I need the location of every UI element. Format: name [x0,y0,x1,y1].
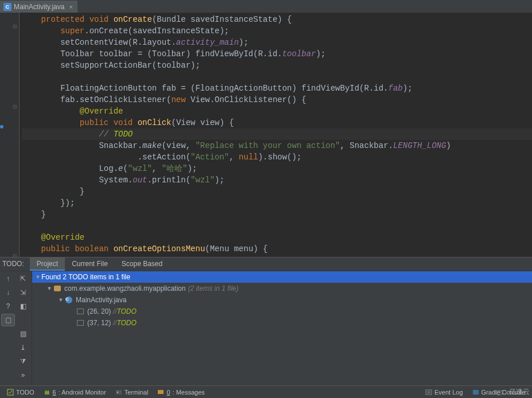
todo-summary-row[interactable]: ▼ Found 2 TODO items in 1 file [32,271,532,283]
package-icon [53,284,62,292]
java-class-icon: C [64,296,73,304]
status-bar: TODO 6: Android Monitor Terminal 0: Mess… [0,385,532,398]
android-icon [44,389,51,396]
tool-window-android-monitor[interactable]: 6: Android Monitor [40,389,110,396]
svg-point-2 [45,390,46,391]
todo-location: (37, 12) [87,319,111,327]
todo-panel-tabs: TODO: Project Current File Scope Based [0,257,532,271]
todo-item-icon [76,319,85,327]
tool-window-gradle-console[interactable]: Gradle Console [469,389,529,396]
chevron-down-icon[interactable]: ▼ [34,274,41,280]
todo-package-row[interactable]: ▼ com.example.wangzhaoli.myapplication (… [32,283,532,294]
arrow-down-icon[interactable]: ↓ [1,286,15,299]
todo-panel-title: TODO: [0,257,30,271]
package-hint: (2 items in 1 file) [188,284,238,292]
terminal-icon [115,389,122,396]
svg-rect-1 [45,391,49,395]
file-tab-label: MainActivity.java [14,3,64,11]
messages-icon [157,389,164,396]
svg-rect-9 [473,390,479,395]
checklist-icon [7,389,14,396]
code-area[interactable]: protected void onCreate(Bundle savedInst… [20,13,532,257]
tab-scope-based[interactable]: Scope Based [115,257,169,271]
tab-current-file[interactable]: Current File [65,257,115,271]
fold-icon[interactable]: ⊟ [13,24,18,29]
todo-item-icon [76,307,85,315]
todo-side-toolbar: ↑ ⇱ ↓ ⇲ ? ◧ ▢ ▤ ⤓ ⧩ » [0,271,32,385]
fold-icon[interactable]: ⊟ [13,104,18,109]
svg-point-3 [48,390,49,391]
fold-icon[interactable]: ⊟ [13,253,18,258]
editor-gutter: ⊟ ⊟ ⊟ [0,13,20,257]
source-code[interactable]: protected void onCreate(Bundle savedInst… [20,13,532,255]
collapse-all-icon[interactable]: ⇲ [16,286,30,299]
more-icon[interactable]: » [16,369,30,381]
todo-location: (26, 20) [87,307,111,315]
package-name: com.example.wangzhaoli.myapplication [64,284,185,292]
group-modules-icon[interactable]: ▢ [1,314,15,326]
flatten-icon[interactable]: ▤ [16,327,30,340]
file-tab-mainactivity[interactable]: C MainActivity.java × [0,0,77,13]
tab-project[interactable]: Project [30,257,65,271]
java-class-icon: C [3,3,11,11]
filter-icon[interactable]: ⧩ [16,355,30,368]
expand-all-icon[interactable]: ⇱ [16,272,30,285]
todo-summary-text: Found 2 TODO items in 1 file [41,273,130,281]
override-marker-icon[interactable] [0,125,3,128]
chevron-down-icon[interactable]: ▼ [57,297,64,303]
export-icon[interactable]: ⤓ [16,341,30,354]
class-name: MainActivity.java [76,296,126,304]
tool-window-messages[interactable]: 0: Messages [154,389,208,396]
autoscroll-icon[interactable]: ◧ [16,300,30,313]
svg-rect-5 [158,390,164,394]
close-icon[interactable]: × [69,3,72,10]
svg-rect-6 [426,390,432,395]
chevron-down-icon[interactable]: ▼ [46,286,53,291]
todo-tree[interactable]: ▼ Found 2 TODO items in 1 file ▼ com.exa… [32,271,532,385]
tool-window-todo[interactable]: TODO [3,389,38,396]
event-log-icon [425,389,432,396]
editor-tab-bar: C MainActivity.java × [0,0,532,13]
todo-panel: TODO: Project Current File Scope Based ↑… [0,257,532,385]
help-icon[interactable]: ? [1,300,15,313]
code-editor: ⊟ ⊟ ⊟ protected void onCreate(Bundle sav… [0,13,532,257]
arrow-up-icon[interactable]: ↑ [1,272,15,285]
gradle-console-icon [472,389,479,396]
todo-item-row[interactable]: (26, 20) // TODO [32,306,532,317]
todo-item-row[interactable]: (37, 12) // TODO [32,317,532,329]
todo-class-row[interactable]: ▼ C MainActivity.java [32,294,532,306]
tool-window-event-log[interactable]: Event Log [422,389,467,396]
tool-window-terminal[interactable]: Terminal [112,389,152,396]
